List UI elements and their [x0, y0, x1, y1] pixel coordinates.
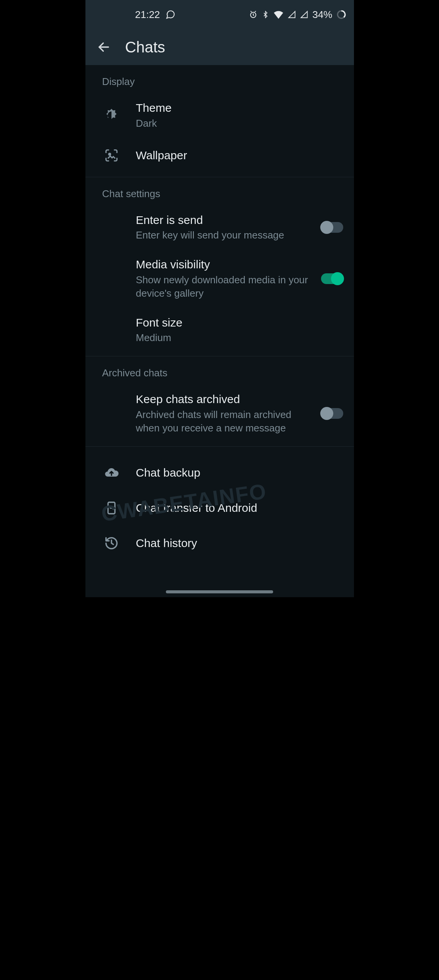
- pref-keep-archived-title: Keep chats archived: [136, 392, 315, 407]
- wallpaper-icon: [102, 146, 121, 165]
- section-header-archived: Archived chats: [85, 365, 354, 384]
- pref-chat-history-title: Chat history: [136, 536, 339, 550]
- pref-media-visibility-sub: Show newly downloaded media in your devi…: [136, 273, 315, 300]
- pref-enter-is-send-sub: Enter key will send your message: [136, 229, 315, 242]
- chats-settings-screen: 21:22 34%: [85, 0, 354, 597]
- cloud-upload-icon: [102, 464, 121, 482]
- arrow-left-icon: [97, 40, 111, 54]
- status-right: 34%: [249, 9, 346, 21]
- app-bar: Chats: [85, 29, 354, 65]
- pref-wallpaper[interactable]: Wallpaper: [85, 138, 354, 173]
- svg-point-3: [108, 153, 110, 155]
- signal-icon-2: [300, 10, 308, 19]
- pref-font-size-value: Medium: [136, 331, 339, 345]
- signal-icon-1: [288, 10, 296, 19]
- section-display: Display Theme Dark Wallpaper: [85, 65, 354, 177]
- pref-chat-backup[interactable]: Chat backup: [85, 455, 354, 490]
- pref-chat-backup-title: Chat backup: [136, 466, 339, 480]
- toggle-media-visibility[interactable]: [321, 273, 343, 284]
- status-time: 21:22: [135, 9, 160, 21]
- pref-font-size[interactable]: Font size Medium: [85, 308, 354, 353]
- pref-theme[interactable]: Theme Dark: [85, 93, 354, 138]
- pref-enter-is-send-title: Enter is send: [136, 213, 315, 227]
- status-left: 21:22: [135, 9, 175, 21]
- section-header-chat-settings: Chat settings: [85, 186, 354, 205]
- back-button[interactable]: [92, 36, 115, 59]
- pref-chat-transfer[interactable]: Chat transfer to Android: [85, 490, 354, 526]
- wifi-icon: [273, 10, 284, 19]
- pref-enter-is-send[interactable]: Enter is send Enter key will send your m…: [85, 205, 354, 250]
- section-header-display: Display: [85, 74, 354, 93]
- battery-circle-icon: [336, 10, 346, 20]
- pref-media-visibility[interactable]: Media visibility Show newly downloaded m…: [85, 250, 354, 308]
- transfer-icon: [102, 499, 121, 517]
- pref-font-size-title: Font size: [136, 315, 339, 330]
- pref-media-visibility-title: Media visibility: [136, 257, 315, 272]
- status-bar: 21:22 34%: [85, 0, 354, 29]
- pref-wallpaper-title: Wallpaper: [136, 148, 339, 163]
- pref-keep-archived-sub: Archived chats will remain archived when…: [136, 408, 315, 435]
- history-icon: [102, 534, 121, 552]
- section-misc: Chat backup Chat transfer to Android Cha…: [85, 447, 354, 565]
- battery-level: 34%: [312, 9, 332, 21]
- alarm-icon: [249, 10, 258, 19]
- nav-gesture-pill[interactable]: [166, 590, 273, 593]
- pref-keep-archived[interactable]: Keep chats archived Archived chats will …: [85, 384, 354, 443]
- theme-icon: [102, 106, 121, 124]
- pref-theme-value: Dark: [136, 117, 339, 130]
- whatsapp-icon: [165, 10, 175, 20]
- pref-theme-title: Theme: [136, 101, 339, 115]
- pref-chat-history[interactable]: Chat history: [85, 526, 354, 561]
- pref-chat-transfer-title: Chat transfer to Android: [136, 501, 339, 515]
- section-chat-settings: Chat settings Enter is send Enter key wi…: [85, 177, 354, 357]
- toggle-keep-archived[interactable]: [321, 408, 343, 419]
- page-title: Chats: [125, 39, 165, 56]
- toggle-enter-is-send[interactable]: [321, 222, 343, 233]
- section-archived: Archived chats Keep chats archived Archi…: [85, 356, 354, 447]
- bluetooth-icon: [262, 10, 269, 20]
